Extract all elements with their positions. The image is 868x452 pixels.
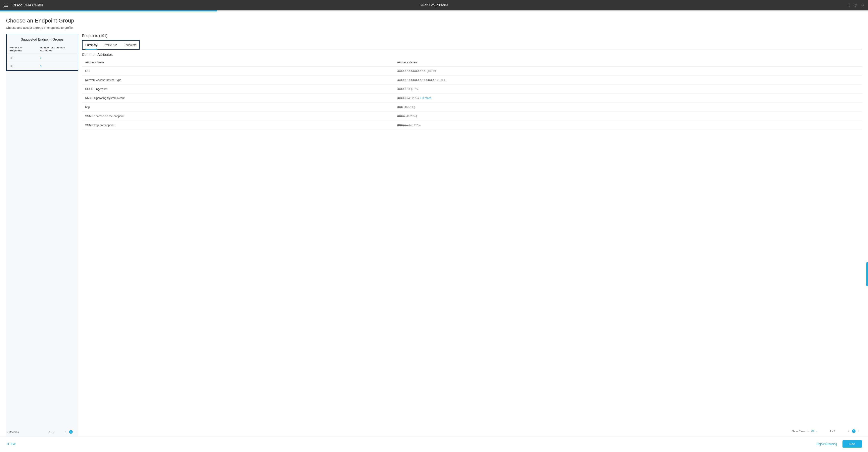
table-row: NMAP Operating System ResultXXXXX (46.29… [82,94,862,103]
table-row[interactable]: 191 7 [7,54,78,62]
col-attr-name: Attribute Name [82,58,394,66]
table-row: httpXXX (46.51%) [82,103,862,112]
common-attributes-heading: Common Attributes [82,53,862,57]
percentage: (46.29%) [405,115,417,118]
attr-value: XXXXXXX (70%) [394,85,862,94]
brand-light: DNA Center [24,3,43,7]
percentage: (100%) [437,78,446,82]
next-button[interactable]: Next [842,440,862,448]
attr-value: XXX (46.51%) [394,103,862,112]
table-row: Network Access Device TypeXXXXXXXXXXXXXX… [82,76,862,85]
cell-endpoints: 121 [7,62,37,70]
attr-value: XXXXXXXXXXXXXXX. (100%) [394,66,862,76]
tab-profile-rule[interactable]: Profile rule [104,40,117,49]
progress-fill [0,10,217,11]
exit-button[interactable]: Exit [6,442,16,446]
percentage: (70%) [410,87,418,91]
page-context-title: Smart Group Profile [0,3,868,7]
attr-value: XXXXXX (46.29%) [394,121,862,130]
page-subtitle: Choose and accept a group of endpoints t… [6,26,862,29]
columns: Suggested Endpoint Groups Number of Endp… [6,34,862,436]
endpoints-title: Endpoints (191) [82,34,862,40]
redacted-value: XXXXX [397,96,407,100]
table-row: SNMP deamon on the endpointXXXX (46.29%) [82,112,862,121]
right-pagination: Show Records: 25 1 - 7 1 [82,425,862,436]
attr-name: DHCP Fingerprint [82,85,394,94]
svg-point-0 [847,4,849,6]
suggested-groups-title: Suggested Endpoint Groups [7,34,78,44]
more-link[interactable]: + 3 more [420,96,431,100]
show-records-select[interactable]: 25 [811,429,818,433]
records-range: 1 - 2 [49,430,54,433]
records-count: 2 Records [7,430,19,433]
search-icon[interactable] [846,3,850,7]
redacted-value: XXXX [397,115,405,118]
tab-summary[interactable]: Summary [85,40,97,49]
show-records-label: Show Records: [792,430,809,433]
endpoints-panel: Endpoints (191) Summary Profile rule End… [82,34,862,436]
attr-name: http [82,103,394,112]
attr-value: XXXXXXXXXXXXXXXXXXXXX (100%) [394,76,862,85]
col-common-attrs: Number of Common Attributes [37,44,78,54]
tabs-divider [82,49,862,50]
cell-attrs-link[interactable]: 7 [37,54,78,62]
tabs-highlight-box: Summary Profile rule Endpoints [82,40,140,50]
side-drawer-handle[interactable] [866,262,868,286]
attr-name: SNMP trap on endpoint [82,121,394,130]
table-row[interactable]: 121 3 [7,62,78,70]
col-attr-values: Attribute Values [394,58,862,66]
brand: Cisco DNA Center [12,3,43,7]
attr-name: Network Access Device Type [82,76,394,85]
page-body: Choose an Endpoint Group Choose and acce… [0,11,868,436]
svg-point-3 [855,6,856,6]
attr-name: NMAP Operating System Result [82,94,394,103]
brand-bold: Cisco [12,3,23,7]
show-records: Show Records: 25 [792,429,818,433]
redacted-value: XXXXXX [397,124,408,127]
exit-label: Exit [11,442,16,446]
redacted-value: XXXXXXX [397,87,410,91]
attr-value: XXXX (46.29%) [394,112,862,121]
table-row: DHCP FingerprintXXXXXXX (70%) [82,85,862,94]
chevron-right-icon[interactable] [75,430,78,433]
col-endpoints: Number of Endpoints [7,44,37,54]
common-attributes-table: Attribute Name Attribute Values OUIXXXXX… [82,58,862,130]
attr-value: XXXXX (46.29%)+ 3 more [394,94,862,103]
exit-icon [6,442,9,446]
percentage: (46.51%) [403,106,415,109]
top-bar: Cisco DNA Center Smart Group Profile [0,0,868,10]
redacted-value: XXX [397,106,403,109]
chevron-right-icon[interactable] [858,430,860,432]
page-title: Choose an Endpoint Group [6,18,862,24]
percentage: (46.29%) [406,96,419,100]
svg-line-1 [849,6,849,6]
chevron-down-icon [815,430,818,432]
hamburger-icon[interactable] [4,4,8,7]
redacted-value: XXXXXXXXXXXXXXX. [397,69,426,72]
cell-endpoints: 191 [7,54,37,62]
left-pagination: 2 Records 1 - 2 1 [6,427,78,436]
progress-track [0,10,868,11]
left-spacer [6,71,78,427]
tab-endpoints[interactable]: Endpoints [124,40,136,49]
redacted-value: XXXXXXXXXXXXXXXXXXXXX [397,78,437,82]
reject-grouping-button[interactable]: Reject Grouping [816,442,837,446]
records-range: 1 - 7 [830,430,835,433]
chevron-left-icon[interactable] [64,430,67,433]
page-number-current[interactable]: 1 [69,430,73,434]
percentage: (46.29%) [408,124,421,127]
tabs: Summary Profile rule Endpoints [85,40,136,49]
suggested-groups-table: Number of Endpoints Number of Common Att… [7,44,78,70]
table-row: SNMP trap on endpointXXXXXX (46.29%) [82,121,862,130]
show-records-value: 25 [811,429,814,432]
cell-attrs-link[interactable]: 3 [37,62,78,70]
bell-icon[interactable] [861,3,864,7]
table-row: OUIXXXXXXXXXXXXXXX. (100%) [82,66,862,76]
attr-name: SNMP deamon on the endpoint [82,112,394,121]
help-icon[interactable] [854,3,857,7]
topbar-icons [846,3,864,7]
page-number-current[interactable]: 1 [852,429,856,433]
suggested-groups-box: Suggested Endpoint Groups Number of Endp… [6,34,78,71]
chevron-left-icon[interactable] [847,430,850,432]
percentage: (100%) [426,69,436,72]
